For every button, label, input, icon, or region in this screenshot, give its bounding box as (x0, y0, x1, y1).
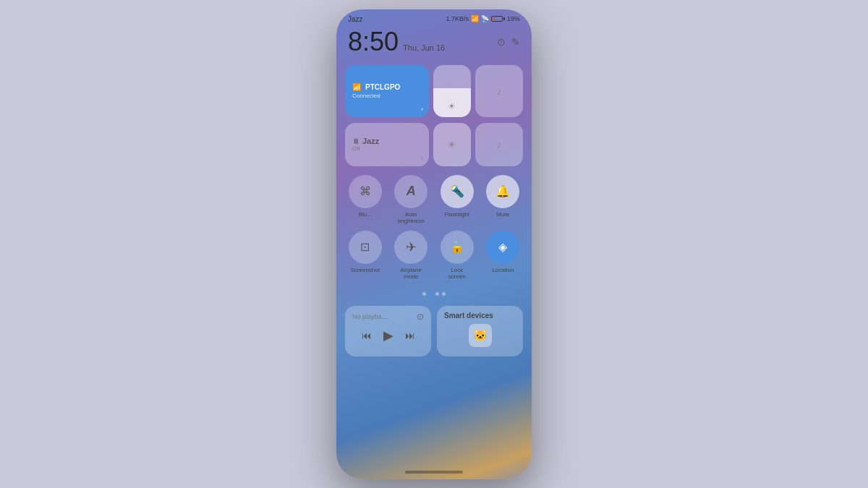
top-tiles-row: 📶 PTCLGPO Connected › ☀ ♪ (345, 65, 523, 117)
auto-brightness-label: Autobrightness (398, 211, 425, 225)
wifi-tile[interactable]: 📶 PTCLGPO Connected › (345, 65, 429, 117)
music-note-icon: ♪ (496, 85, 501, 97)
edit-icon[interactable]: ✎ (511, 36, 520, 48)
prev-button[interactable]: ⏮ (362, 330, 372, 341)
mijia-icon: 🐱 (473, 328, 488, 342)
smart-devices-title: Smart devices (444, 312, 516, 320)
media-player: No playba.... ⊙ ⏮ ▶ ⏭ (345, 306, 431, 356)
media-no-play-text: No playba.... (352, 313, 389, 320)
toggle-lock-screen[interactable]: 🔒 Lockscreen (437, 231, 477, 281)
toggle-airplane[interactable]: ✈ Airplanemode (391, 231, 432, 281)
dot-4 (442, 292, 446, 296)
shield-icon[interactable]: ⊙ (497, 36, 506, 48)
media-top-row: No playba.... ⊙ (352, 312, 424, 322)
carrier-arrow: › (421, 155, 423, 162)
time-row: 8:50 Thu, Jun 16 ⊙ ✎ (336, 26, 532, 61)
music-note-tile[interactable]: ♪ (475, 65, 523, 117)
smart-devices-panel: Smart devices 🐱 (437, 306, 523, 356)
lock-screen-label: Lockscreen (448, 267, 466, 281)
time-icons: ⊙ ✎ (497, 36, 520, 48)
carrier-top: ⏸ Jazz (352, 137, 422, 145)
lock-screen-circle: 🔒 (441, 231, 474, 264)
wifi-arrow: › (421, 106, 423, 113)
next-button[interactable]: ⏭ (405, 330, 415, 341)
airplane-circle: ✈ (394, 231, 427, 264)
flashlight-circle: 🔦 (441, 175, 474, 208)
signal-icon: 📶 (471, 15, 479, 22)
screenshot-icon: ⊡ (360, 240, 370, 254)
media-controls: ⏮ ▶ ⏭ (352, 328, 424, 343)
bluetooth-circle: ⌘ (349, 175, 382, 208)
wifi-name: PTCLGPO (365, 83, 400, 91)
status-right: 1.7KB/s 📶 📡 19% (446, 15, 520, 22)
location-label: Location (492, 267, 514, 274)
home-indicator[interactable] (405, 471, 463, 474)
network-speed: 1.7KB/s (446, 15, 469, 22)
airplane-icon: ✈ (406, 239, 417, 255)
toggle-location[interactable]: ◈ Location (483, 231, 524, 281)
wifi-tile-header: 📶 PTCLGPO (352, 83, 422, 91)
toggle-flashlight[interactable]: 🔦 Flashlight (437, 175, 477, 225)
carrier-tile-name: Jazz (362, 137, 379, 145)
mute-icon: 🔔 (495, 184, 510, 198)
smart-device-icon: 🐱 (469, 324, 492, 347)
auto-brightness-circle: A (394, 175, 427, 208)
dot-1 (422, 292, 426, 296)
toggle-mute[interactable]: 🔔 Mute (483, 175, 524, 225)
date-display: Thu, Jun 16 (403, 43, 445, 52)
music-icon-small: ♪ (496, 139, 501, 150)
status-bar: Jazz 1.7KB/s 📶 📡 19% (336, 9, 532, 26)
lock-screen-icon: 🔒 (450, 240, 464, 254)
carrier-off-label: Off (352, 145, 422, 152)
sun-icon: ☀ (447, 139, 456, 150)
music-col: ♪ (475, 65, 523, 117)
dot-2 (429, 292, 433, 296)
wifi-icon: 📶 (352, 83, 361, 91)
play-button[interactable]: ▶ (383, 328, 393, 343)
location-icon: ◈ (498, 240, 507, 254)
battery-pct: 19% (507, 15, 520, 22)
toggle-bluetooth[interactable]: ⌘ Blu... (345, 175, 386, 225)
toggle-auto-brightness[interactable]: A Autobrightness (391, 175, 432, 225)
quick-toggles-grid: ⌘ Blu... A Autobrightness 🔦 Flashlight (345, 172, 523, 283)
media-section: No playba.... ⊙ ⏮ ▶ ⏭ Smart devices 🐱 (345, 306, 523, 356)
second-tiles-row: ⏸ Jazz Off › ☀ ♪ (345, 123, 523, 166)
flashlight-icon: 🔦 (450, 184, 464, 198)
location-circle: ◈ (486, 231, 519, 264)
toggle-screenshot[interactable]: ⊡ Screenshot (345, 231, 386, 281)
smart-icon-wrap[interactable]: 🐱 (444, 324, 516, 347)
time-date: 8:50 Thu, Jun 16 (348, 29, 445, 55)
brightness-icon: ☀ (448, 101, 456, 111)
dot-3 (435, 292, 439, 296)
brightness-sun-tile[interactable]: ☀ (433, 123, 471, 166)
mute-label: Mute (496, 211, 509, 218)
bluetooth-icon: ⌘ (359, 184, 371, 198)
screenshot-circle: ⊡ (349, 231, 382, 264)
carrier-tile[interactable]: ⏸ Jazz Off › (345, 123, 429, 166)
battery-indicator (491, 16, 505, 22)
phone-container: Jazz 1.7KB/s 📶 📡 19% 8:50 Thu, Jun 16 ⊙ … (336, 9, 532, 479)
carrier-name: Jazz (348, 15, 363, 23)
music-small-tile[interactable]: ♪ (475, 123, 523, 166)
mute-circle: 🔔 (486, 175, 519, 208)
wifi-status-icon: 📡 (481, 15, 489, 22)
auto-brightness-icon: A (407, 184, 416, 199)
bluetooth-label: Blu... (359, 211, 372, 218)
screenshot-label: Screenshot (351, 267, 380, 274)
page-dots (345, 292, 523, 296)
flashlight-label: Flashlight (445, 211, 469, 218)
media-cast-icon[interactable]: ⊙ (417, 312, 424, 322)
wifi-status: Connected (352, 93, 422, 99)
brightness-icon-wrap: ☀ (448, 65, 456, 117)
brightness-slider-tile[interactable]: ☀ (433, 65, 471, 117)
control-panel: 📶 PTCLGPO Connected › ☀ ♪ (336, 61, 532, 361)
carrier-pause-icon: ⏸ (352, 137, 359, 145)
airplane-label: Airplanemode (401, 267, 422, 281)
time-display: 8:50 (348, 29, 399, 55)
